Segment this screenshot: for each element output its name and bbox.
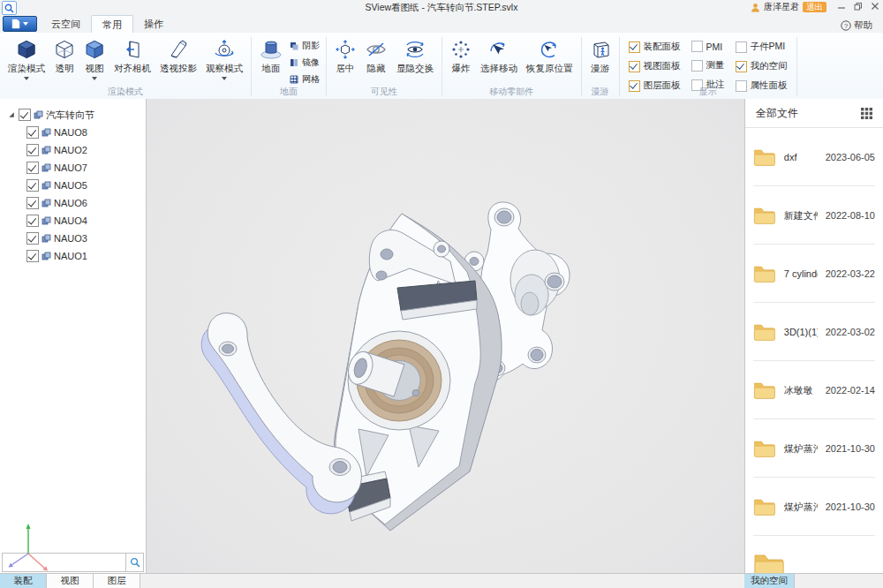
transparent-button[interactable]: 透明 <box>49 35 79 81</box>
tree-item[interactable]: NAUO6 <box>0 194 146 212</box>
display-toggle-checkbox[interactable]: 视图面板 <box>629 60 681 72</box>
search-button[interactable] <box>126 553 144 572</box>
restore-position-button[interactable]: 恢复原位置 <box>522 35 577 81</box>
file-item[interactable]: 新建文件... 2022-08-10 <box>745 186 883 245</box>
grid-view-icon[interactable] <box>861 108 872 119</box>
tree-expander-icon[interactable] <box>7 111 16 118</box>
bottom-tab-my-space[interactable]: 我的空间 <box>744 574 795 588</box>
minimize-button[interactable] <box>837 2 846 11</box>
center-button[interactable]: 居中 <box>330 35 360 81</box>
restore-button[interactable] <box>854 2 863 11</box>
tree-item[interactable]: NAUO1 <box>0 247 146 265</box>
display-toggle-checkbox[interactable]: 装配面板 <box>629 41 681 53</box>
ribbon-group-render-mode: 渲染模式 透明 视图 对齐相机 <box>0 33 251 99</box>
hide-button[interactable]: 隐藏 <box>360 35 392 81</box>
file-date: 2022-03-22 <box>826 268 875 279</box>
tab-operate[interactable]: 操作 <box>133 15 174 33</box>
file-item[interactable]: 煤炉蒸汽炉 2021-10-30 <box>745 478 883 536</box>
assembly-icon <box>34 110 43 120</box>
file-item[interactable]: 煤炉蒸汽... 2021-10-30 <box>745 419 883 478</box>
file-item[interactable]: 冰墩墩 2022-02-14 <box>745 361 883 419</box>
hidden-eye-icon <box>365 36 388 63</box>
explode-button[interactable]: 爆炸 <box>446 35 476 81</box>
file-item[interactable]: dxf 2023-06-05 <box>745 128 883 186</box>
tree-item-checkbox[interactable] <box>26 144 39 156</box>
mirror-button[interactable]: 镜像 <box>287 54 322 71</box>
tree-item-label: NAUO2 <box>54 145 87 155</box>
bottom-tab-layers[interactable]: 图层 <box>94 574 140 588</box>
align-camera-button[interactable]: 对齐相机 <box>109 35 155 81</box>
my-space-files-panel: 全部文件 dxf 2023-06-05 新建文件... 2022-08-10 7… <box>744 99 883 574</box>
quick-access-zoom-icon[interactable] <box>2 1 17 15</box>
display-toggle-checkbox[interactable]: 我的空间 <box>736 60 788 72</box>
tree-item[interactable]: NAUO3 <box>0 230 146 247</box>
window-title: SView看图纸 - 汽车转向节.STEP.svlx <box>366 2 518 14</box>
file-date: 2022-02-14 <box>826 385 875 396</box>
search-input[interactable] <box>2 553 126 572</box>
tab-cloud-space[interactable]: 云空间 <box>41 15 91 33</box>
sview-app-window: SView看图纸 - 汽车转向节.STEP.svlx 唐泽星君 退出 <box>0 0 883 588</box>
tree-item-checkbox[interactable] <box>26 215 39 227</box>
shadow-button[interactable]: 阴影 <box>287 37 322 54</box>
tree-item-checkbox[interactable] <box>26 250 39 262</box>
file-item[interactable] <box>745 536 883 574</box>
folder-icon <box>753 435 776 462</box>
perspective-button[interactable]: 透视投影 <box>155 35 201 81</box>
tree-item[interactable]: NAUO2 <box>0 141 146 159</box>
checkbox-label: 测量 <box>706 59 725 72</box>
tree-item[interactable]: NAUO5 <box>0 177 146 194</box>
checkbox-box-icon <box>629 41 640 53</box>
group-label: 渲染模式 <box>0 86 251 98</box>
part-icon <box>42 216 51 226</box>
select-move-button[interactable]: 选择移动 <box>476 35 522 81</box>
tree-root-checkbox[interactable] <box>19 109 31 121</box>
swap-visibility-button[interactable]: 显隐交换 <box>392 35 438 81</box>
tree-item-checkbox[interactable] <box>26 232 39 245</box>
tree-item-checkbox[interactable] <box>26 197 39 209</box>
part-icon <box>42 146 51 155</box>
tree-item[interactable]: NAUO7 <box>0 159 146 177</box>
file-item[interactable]: 7 cylinde... 2022-03-22 <box>745 245 883 303</box>
ground-button[interactable]: 地面 <box>255 35 287 81</box>
checkbox-box-icon <box>691 41 703 52</box>
checkbox-box-icon <box>691 60 703 72</box>
dropdown-caret-icon <box>24 77 29 80</box>
file-name: dxf <box>784 152 818 162</box>
display-toggle-checkbox[interactable]: 测量 <box>691 59 725 72</box>
display-toggle-checkbox[interactable]: PMI <box>691 41 725 52</box>
help-button[interactable]: ? 帮助 <box>841 19 872 32</box>
shadow-icon <box>290 41 298 50</box>
checkbox-label: 我的空间 <box>751 60 788 72</box>
tree-item-checkbox[interactable] <box>26 179 39 192</box>
tree-item[interactable]: NAUO8 <box>0 124 146 141</box>
3d-viewport[interactable] <box>147 99 744 574</box>
part-icon <box>42 252 51 261</box>
view-button[interactable]: 视图 <box>79 35 109 81</box>
observe-mode-button[interactable]: 观察模式 <box>201 35 247 81</box>
dropdown-caret-icon <box>92 77 97 80</box>
checkbox-label: PMI <box>706 41 723 52</box>
ribbon-separator <box>796 37 797 96</box>
tab-common[interactable]: 常用 <box>91 15 133 33</box>
tree-item[interactable]: NAUO4 <box>0 212 146 230</box>
group-label: 可见性 <box>327 86 442 98</box>
render-mode-button[interactable]: 渲染模式 <box>4 35 49 81</box>
file-menu-button[interactable] <box>3 16 37 32</box>
ribbon-toolbar: 渲染模式 透明 视图 对齐相机 <box>0 33 883 100</box>
logout-button[interactable]: 退出 <box>803 2 826 12</box>
tree-item-checkbox[interactable] <box>26 162 39 174</box>
file-name: 新建文件... <box>784 209 818 222</box>
tree-item-label: NAUO7 <box>54 162 87 173</box>
user-avatar-icon[interactable] <box>751 3 760 12</box>
bottom-tab-assembly[interactable]: 装配 <box>0 574 47 588</box>
roam-button[interactable]: 漫游 <box>585 35 615 81</box>
tree-item-checkbox[interactable] <box>26 126 39 139</box>
tree-item-label: NAUO4 <box>54 215 87 226</box>
file-item[interactable]: 3D(1)(1) 2022-03-02 <box>745 303 883 361</box>
3d-model-steering-knuckle[interactable] <box>147 99 744 574</box>
dropdown-caret-icon <box>222 77 227 80</box>
close-button[interactable] <box>871 2 879 11</box>
bottom-tab-views[interactable]: 视图 <box>47 574 94 588</box>
display-toggle-checkbox[interactable]: 子件PMI <box>736 41 788 53</box>
tree-root-item[interactable]: 汽车转向节 <box>0 106 146 124</box>
